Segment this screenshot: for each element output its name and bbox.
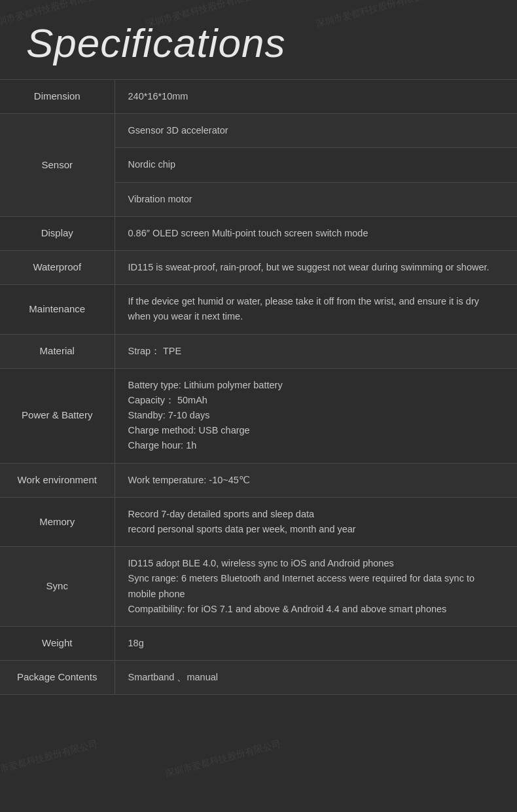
spec-value-material: Strap： TPE xyxy=(115,334,517,368)
spec-value-sync: ID115 adopt BLE 4.0, wireless sync to iO… xyxy=(115,547,517,627)
spec-label-maintenance: Maintenance xyxy=(0,285,115,334)
table-row: Material Strap： TPE xyxy=(0,334,517,368)
spec-value-waterproof: ID115 is sweat-proof, rain-proof, but we… xyxy=(115,250,517,284)
table-row: Waterproof ID115 is sweat-proof, rain-pr… xyxy=(0,250,517,284)
spec-value-work-environment: Work temperature: -10~45℃ xyxy=(115,463,517,497)
page-title: Specifications xyxy=(26,20,491,66)
spec-value-memory: Record 7-day detailed sports and sleep d… xyxy=(115,497,517,546)
specs-table: Dimension 240*16*10mm Sensor Gsensor 3D … xyxy=(0,79,517,695)
spec-label-package-contents: Package Contents xyxy=(0,661,115,695)
table-row: Maintenance If the device get humid or w… xyxy=(0,285,517,334)
spec-label-weight: Weight xyxy=(0,626,115,660)
table-row: Sensor Gsensor 3D accelerator xyxy=(0,114,517,148)
spec-label-power-battery: Power & Battery xyxy=(0,368,115,463)
spec-value-weight: 18g xyxy=(115,626,517,660)
spec-value-dimension: 240*16*10mm xyxy=(115,80,517,114)
spec-value-maintenance: If the device get humid or water, please… xyxy=(115,285,517,334)
table-row: Memory Record 7-day detailed sports and … xyxy=(0,497,517,546)
spec-value-power-battery: Battery type: Lithium polymer battery Ca… xyxy=(115,368,517,463)
table-row: Sync ID115 adopt BLE 4.0, wireless sync … xyxy=(0,547,517,627)
spec-value-sensor-2: Nordic chip xyxy=(115,148,517,182)
table-row: Weight 18g xyxy=(0,626,517,660)
spec-value-sensor-3: Vibration motor xyxy=(115,182,517,216)
spec-label-dimension: Dimension xyxy=(0,80,115,114)
spec-label-sensor: Sensor xyxy=(0,114,115,217)
table-row: Display 0.86″ OLED screen Multi-point to… xyxy=(0,216,517,250)
spec-value-package-contents: Smartband 、manual xyxy=(115,661,517,695)
table-row: Package Contents Smartband 、manual xyxy=(0,661,517,695)
table-row: Work environment Work temperature: -10~4… xyxy=(0,463,517,497)
table-row: Power & Battery Battery type: Lithium po… xyxy=(0,368,517,463)
spec-label-work-environment: Work environment xyxy=(0,463,115,497)
spec-label-waterproof: Waterproof xyxy=(0,250,115,284)
spec-value-sensor-1: Gsensor 3D accelerator xyxy=(115,114,517,148)
spec-label-memory: Memory xyxy=(0,497,115,546)
spec-value-display: 0.86″ OLED screen Multi-point touch scre… xyxy=(115,216,517,250)
table-row: Dimension 240*16*10mm xyxy=(0,80,517,114)
spec-label-sync: Sync xyxy=(0,547,115,627)
spec-label-display: Display xyxy=(0,216,115,250)
spec-label-material: Material xyxy=(0,334,115,368)
title-section: Specifications xyxy=(0,0,517,79)
